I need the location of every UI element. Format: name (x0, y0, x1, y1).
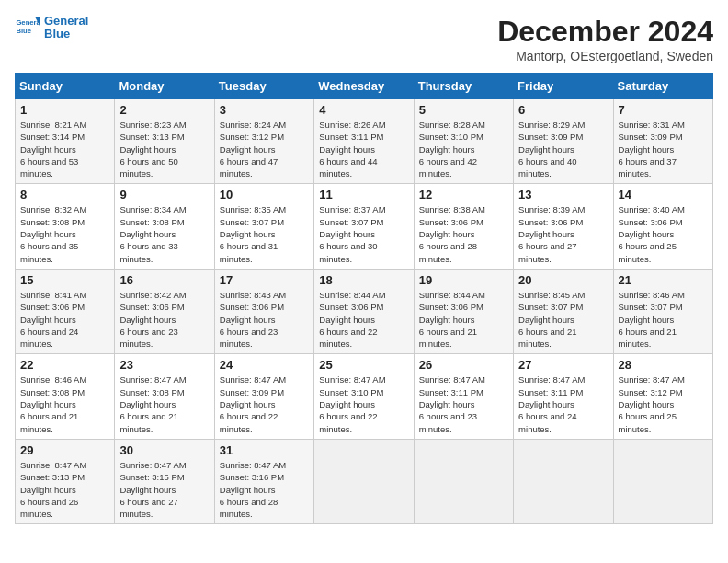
calendar-header-row: Sunday Monday Tuesday Wednesday Thursday… (16, 74, 713, 99)
day-number: 10 (220, 188, 309, 201)
table-cell: 29 Sunrise: 8:47 AM Sunset: 3:13 PM Dayl… (16, 439, 115, 523)
table-cell: 23 Sunrise: 8:47 AM Sunset: 3:08 PM Dayl… (115, 354, 214, 439)
day-number: 4 (319, 103, 408, 117)
table-cell: 31 Sunrise: 8:47 AM Sunset: 3:16 PM Dayl… (214, 439, 313, 523)
location-title: Mantorp, OEstergoetland, Sweden (497, 49, 713, 63)
table-cell: 10 Sunrise: 8:35 AM Sunset: 3:07 PM Dayl… (214, 184, 313, 269)
day-number: 9 (119, 188, 209, 201)
day-info: Sunrise: 8:28 AM Sunset: 3:10 PM Dayligh… (419, 119, 508, 179)
day-info: Sunrise: 8:46 AM Sunset: 3:08 PM Dayligh… (20, 373, 109, 434)
col-tuesday: Tuesday (214, 74, 313, 99)
title-area: December 2024 Mantorp, OEstergoetland, S… (497, 15, 713, 63)
day-info: Sunrise: 8:35 AM Sunset: 3:07 PM Dayligh… (220, 203, 309, 264)
day-info: Sunrise: 8:32 AM Sunset: 3:08 PM Dayligh… (20, 203, 109, 264)
table-cell: 21 Sunrise: 8:46 AM Sunset: 3:07 PM Dayl… (613, 269, 712, 353)
day-info: Sunrise: 8:37 AM Sunset: 3:07 PM Dayligh… (319, 203, 408, 264)
day-info: Sunrise: 8:47 AM Sunset: 3:13 PM Dayligh… (20, 459, 109, 520)
table-cell: 4 Sunrise: 8:26 AM Sunset: 3:11 PM Dayli… (314, 99, 414, 184)
table-cell: 14 Sunrise: 8:40 AM Sunset: 3:06 PM Dayl… (613, 184, 712, 269)
table-cell: 6 Sunrise: 8:29 AM Sunset: 3:09 PM Dayli… (514, 99, 613, 184)
day-info: Sunrise: 8:47 AM Sunset: 3:11 PM Dayligh… (518, 373, 608, 434)
day-number: 25 (319, 358, 408, 372)
day-number: 12 (419, 188, 508, 201)
day-info: Sunrise: 8:24 AM Sunset: 3:12 PM Dayligh… (220, 119, 309, 179)
table-cell: 30 Sunrise: 8:47 AM Sunset: 3:15 PM Dayl… (115, 439, 214, 523)
day-info: Sunrise: 8:44 AM Sunset: 3:06 PM Dayligh… (319, 289, 408, 350)
day-number: 18 (319, 273, 408, 287)
day-number: 6 (518, 103, 608, 117)
calendar-row: 29 Sunrise: 8:47 AM Sunset: 3:13 PM Dayl… (16, 439, 713, 523)
day-number: 20 (518, 273, 608, 287)
day-number: 17 (220, 273, 309, 287)
day-number: 16 (119, 273, 209, 287)
day-info: Sunrise: 8:47 AM Sunset: 3:15 PM Dayligh… (119, 459, 209, 520)
table-cell: 17 Sunrise: 8:43 AM Sunset: 3:06 PM Dayl… (214, 269, 313, 353)
day-number: 3 (220, 103, 309, 117)
col-wednesday: Wednesday (314, 74, 414, 99)
day-info: Sunrise: 8:46 AM Sunset: 3:07 PM Dayligh… (619, 289, 708, 350)
day-number: 14 (619, 188, 708, 201)
table-cell (514, 439, 613, 523)
svg-text:Blue: Blue (16, 27, 31, 35)
day-info: Sunrise: 8:47 AM Sunset: 3:10 PM Dayligh… (319, 373, 408, 434)
day-info: Sunrise: 8:47 AM Sunset: 3:08 PM Dayligh… (119, 373, 209, 434)
table-cell: 16 Sunrise: 8:42 AM Sunset: 3:06 PM Dayl… (115, 269, 214, 353)
table-cell: 20 Sunrise: 8:45 AM Sunset: 3:07 PM Dayl… (514, 269, 613, 353)
day-info: Sunrise: 8:34 AM Sunset: 3:08 PM Dayligh… (119, 203, 209, 264)
calendar-row: 22 Sunrise: 8:46 AM Sunset: 3:08 PM Dayl… (16, 354, 713, 439)
day-info: Sunrise: 8:45 AM Sunset: 3:07 PM Dayligh… (518, 289, 608, 350)
table-cell: 5 Sunrise: 8:28 AM Sunset: 3:10 PM Dayli… (414, 99, 513, 184)
day-number: 15 (20, 273, 109, 287)
day-number: 29 (20, 443, 109, 457)
day-info: Sunrise: 8:21 AM Sunset: 3:14 PM Dayligh… (20, 119, 109, 179)
day-info: Sunrise: 8:31 AM Sunset: 3:09 PM Dayligh… (619, 119, 708, 179)
day-number: 28 (619, 358, 708, 372)
table-cell: 9 Sunrise: 8:34 AM Sunset: 3:08 PM Dayli… (115, 184, 214, 269)
day-number: 11 (319, 188, 408, 201)
logo-icon: General Blue (15, 15, 40, 40)
day-info: Sunrise: 8:40 AM Sunset: 3:06 PM Dayligh… (619, 203, 708, 264)
day-number: 5 (419, 103, 508, 117)
day-info: Sunrise: 8:29 AM Sunset: 3:09 PM Dayligh… (518, 119, 608, 179)
day-info: Sunrise: 8:47 AM Sunset: 3:12 PM Dayligh… (619, 373, 708, 434)
day-number: 2 (119, 103, 209, 117)
col-monday: Monday (115, 74, 214, 99)
day-info: Sunrise: 8:42 AM Sunset: 3:06 PM Dayligh… (119, 289, 209, 350)
day-number: 21 (619, 273, 708, 287)
day-number: 19 (419, 273, 508, 287)
day-number: 13 (518, 188, 608, 201)
col-thursday: Thursday (414, 74, 513, 99)
table-cell: 8 Sunrise: 8:32 AM Sunset: 3:08 PM Dayli… (16, 184, 115, 269)
table-cell: 18 Sunrise: 8:44 AM Sunset: 3:06 PM Dayl… (314, 269, 414, 353)
table-cell: 1 Sunrise: 8:21 AM Sunset: 3:14 PM Dayli… (16, 99, 115, 184)
day-info: Sunrise: 8:47 AM Sunset: 3:09 PM Dayligh… (220, 373, 309, 434)
logo: General Blue GeneralBlue (15, 15, 88, 41)
day-number: 1 (20, 103, 109, 117)
day-info: Sunrise: 8:26 AM Sunset: 3:11 PM Dayligh… (319, 119, 408, 179)
day-number: 7 (619, 103, 708, 117)
table-cell: 22 Sunrise: 8:46 AM Sunset: 3:08 PM Dayl… (16, 354, 115, 439)
day-number: 22 (20, 358, 109, 372)
table-cell: 11 Sunrise: 8:37 AM Sunset: 3:07 PM Dayl… (314, 184, 414, 269)
table-cell (314, 439, 414, 523)
table-cell: 19 Sunrise: 8:44 AM Sunset: 3:06 PM Dayl… (414, 269, 513, 353)
day-info: Sunrise: 8:38 AM Sunset: 3:06 PM Dayligh… (419, 203, 508, 264)
col-sunday: Sunday (16, 74, 115, 99)
table-cell: 24 Sunrise: 8:47 AM Sunset: 3:09 PM Dayl… (214, 354, 313, 439)
day-number: 8 (20, 188, 109, 201)
day-info: Sunrise: 8:47 AM Sunset: 3:16 PM Dayligh… (220, 459, 309, 520)
table-cell: 27 Sunrise: 8:47 AM Sunset: 3:11 PM Dayl… (514, 354, 613, 439)
calendar-table: Sunday Monday Tuesday Wednesday Thursday… (15, 73, 713, 524)
day-number: 31 (220, 443, 309, 457)
day-info: Sunrise: 8:43 AM Sunset: 3:06 PM Dayligh… (220, 289, 309, 350)
table-cell: 2 Sunrise: 8:23 AM Sunset: 3:13 PM Dayli… (115, 99, 214, 184)
day-number: 23 (119, 358, 209, 372)
col-saturday: Saturday (613, 74, 712, 99)
day-number: 30 (119, 443, 209, 457)
day-info: Sunrise: 8:44 AM Sunset: 3:06 PM Dayligh… (419, 289, 508, 350)
calendar-row: 1 Sunrise: 8:21 AM Sunset: 3:14 PM Dayli… (16, 99, 713, 184)
day-number: 27 (518, 358, 608, 372)
col-friday: Friday (514, 74, 613, 99)
month-title: December 2024 (497, 15, 713, 49)
calendar-row: 8 Sunrise: 8:32 AM Sunset: 3:08 PM Dayli… (16, 184, 713, 269)
